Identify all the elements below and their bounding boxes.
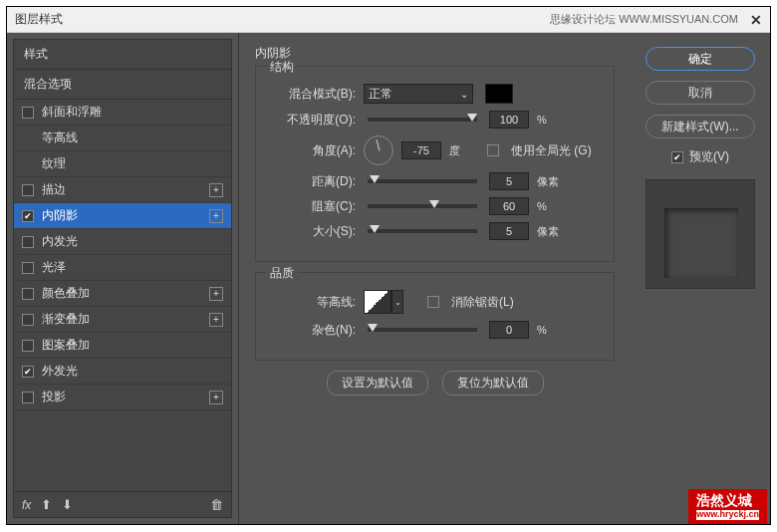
sidebar-item[interactable]: 光泽: [14, 255, 231, 281]
plus-icon[interactable]: +: [209, 391, 223, 404]
spread-label: 阻塞(C):: [268, 198, 356, 215]
angle-input[interactable]: [401, 141, 441, 159]
sidebar-item-label: 等高线: [42, 130, 78, 146]
size-label: 大小(S):: [268, 223, 356, 240]
panel-title: 内阴影: [255, 45, 615, 62]
sidebar-item[interactable]: 纹理: [14, 151, 231, 177]
contour-picker[interactable]: [364, 290, 391, 314]
sidebar-header-blend[interactable]: 混合选项: [14, 70, 231, 100]
plus-icon[interactable]: +: [209, 313, 223, 327]
sidebar-item-label: 颜色叠加: [42, 285, 90, 302]
sidebar-header-styles[interactable]: 样式: [14, 40, 231, 70]
preview-label: 预览(V): [689, 148, 729, 165]
effect-checkbox[interactable]: [22, 340, 34, 352]
sidebar-item-label: 内发光: [42, 233, 78, 250]
plus-icon[interactable]: +: [209, 209, 223, 223]
titlebar-right: 思缘设计论坛 WWW.MISSYUAN.COM ✕: [550, 12, 762, 28]
blend-mode-select[interactable]: 正常: [364, 84, 473, 104]
spread-input[interactable]: [489, 197, 529, 215]
spread-slider[interactable]: [368, 204, 477, 208]
sidebar-item[interactable]: 内发光: [14, 229, 231, 255]
close-icon[interactable]: ✕: [750, 12, 762, 28]
settings-panel: 内阴影 结构 混合模式(B): 正常 不透明度(O): % 角度(A):: [239, 33, 631, 524]
noise-slider[interactable]: [368, 328, 477, 332]
effect-checkbox[interactable]: [22, 392, 34, 403]
trash-icon[interactable]: 🗑: [210, 497, 223, 512]
fx-icon[interactable]: fx: [22, 498, 31, 512]
structure-group: 结构 混合模式(B): 正常 不透明度(O): % 角度(A): 度: [255, 66, 615, 262]
sidebar-item[interactable]: 图案叠加: [14, 333, 231, 359]
titlebar: 图层样式 思缘设计论坛 WWW.MISSYUAN.COM ✕: [7, 7, 770, 33]
angle-dial[interactable]: [364, 135, 393, 165]
sidebar-item-label: 图案叠加: [42, 337, 90, 354]
sidebar-item[interactable]: 斜面和浮雕: [14, 100, 231, 126]
effect-checkbox[interactable]: [22, 184, 34, 196]
sidebar-item[interactable]: 等高线: [14, 126, 231, 151]
global-light-label: 使用全局光 (G): [511, 142, 592, 159]
quality-group: 品质 等高线: ⌄ 消除锯齿(L) 杂色(N): %: [255, 272, 615, 361]
contour-dropdown-icon[interactable]: ⌄: [391, 290, 403, 314]
antialias-label: 消除锯齿(L): [451, 294, 514, 311]
watermark: 浩然义城 www.hryckj.cn: [688, 489, 767, 524]
arrow-up-icon[interactable]: ⬆: [41, 497, 52, 512]
sidebar-item-label: 光泽: [42, 259, 66, 276]
effect-checkbox[interactable]: [22, 314, 34, 326]
sidebar-item[interactable]: 颜色叠加+: [14, 281, 231, 307]
distance-slider[interactable]: [368, 179, 477, 183]
noise-label: 杂色(N):: [268, 322, 356, 339]
plus-icon[interactable]: +: [209, 287, 223, 301]
preview-box: [646, 179, 755, 289]
antialias-checkbox[interactable]: [427, 296, 439, 308]
sidebar-item[interactable]: 渐变叠加+: [14, 307, 231, 333]
sidebar-item[interactable]: 内阴影+: [14, 203, 231, 229]
effect-checkbox[interactable]: [22, 210, 34, 222]
sidebar-item-label: 外发光: [42, 363, 78, 380]
effect-checkbox[interactable]: [22, 262, 34, 274]
opacity-input[interactable]: [489, 111, 529, 129]
new-style-button[interactable]: 新建样式(W)...: [646, 115, 755, 138]
sidebar-item-label: 纹理: [42, 155, 66, 172]
opacity-label: 不透明度(O):: [268, 112, 356, 129]
color-swatch[interactable]: [485, 84, 513, 104]
dialog-title: 图层样式: [15, 11, 63, 28]
arrow-down-icon[interactable]: ⬇: [62, 497, 73, 512]
ok-button[interactable]: 确定: [646, 47, 755, 71]
cancel-button[interactable]: 取消: [646, 81, 755, 105]
right-panel: 确定 取消 新建样式(W)... 预览(V): [631, 33, 770, 524]
opacity-slider[interactable]: [368, 118, 477, 122]
noise-input[interactable]: [489, 321, 529, 339]
sidebar-item[interactable]: 投影+: [14, 385, 231, 410]
sidebar-item-label: 内阴影: [42, 207, 78, 224]
reset-default-button[interactable]: 复位为默认值: [442, 371, 544, 396]
sidebar-item[interactable]: 描边+: [14, 177, 231, 203]
size-slider[interactable]: [368, 229, 477, 233]
sidebar-item-label: 斜面和浮雕: [42, 104, 102, 121]
angle-label: 角度(A):: [268, 142, 356, 159]
sidebar-item[interactable]: 外发光: [14, 359, 231, 385]
sidebar-item-label: 描边: [42, 181, 66, 198]
distance-label: 距离(D):: [268, 173, 356, 190]
contour-label: 等高线:: [268, 294, 356, 311]
sidebar-item-label: 投影: [42, 389, 66, 405]
plus-icon[interactable]: +: [209, 183, 223, 197]
effect-checkbox[interactable]: [22, 366, 34, 378]
size-input[interactable]: [489, 222, 529, 240]
distance-input[interactable]: [489, 172, 529, 190]
sidebar: 样式 混合选项 斜面和浮雕等高线纹理描边+内阴影+内发光光泽颜色叠加+渐变叠加+…: [7, 33, 239, 524]
preview-checkbox[interactable]: [671, 151, 683, 163]
set-default-button[interactable]: 设置为默认值: [327, 371, 428, 396]
effect-checkbox[interactable]: [22, 107, 34, 119]
effect-checkbox[interactable]: [22, 236, 34, 248]
blend-mode-label: 混合模式(B):: [268, 86, 356, 103]
sidebar-item-label: 渐变叠加: [42, 311, 90, 328]
effect-checkbox[interactable]: [22, 288, 34, 300]
sidebar-footer: fx ⬆ ⬇ 🗑: [14, 491, 231, 517]
global-light-checkbox[interactable]: [487, 144, 499, 156]
